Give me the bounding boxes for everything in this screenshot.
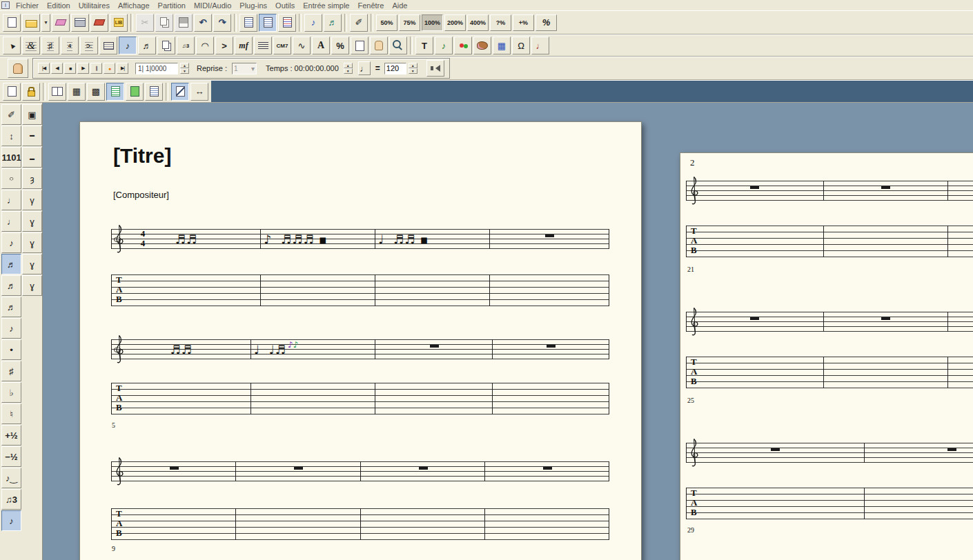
hand-grabber-button[interactable] [370,37,388,54]
system-1-staff[interactable]: 44 ○ ♬♬ ♪ ♬♬♬ [111,229,609,249]
system-2-staff[interactable]: ○ ♬♬ ♩ ♩♬ ♪♪ [111,339,609,359]
tab-measure[interactable] [687,226,824,257]
measure[interactable] [824,312,948,332]
measure[interactable] [361,461,485,481]
tab-measure[interactable] [251,383,375,414]
tool-button[interactable] [410,37,413,54]
se-thirtysecond-note-tool[interactable]: ♬ [1,275,21,296]
spinner-up-icon[interactable]: ▲ [180,63,189,68]
new-document-button[interactable] [3,14,21,32]
menu-item[interactable]: Plug-ins [235,1,271,10]
spinner-up-icon[interactable]: ▲ [409,63,417,68]
se-tuplet-tool[interactable]: ♫3 [1,489,21,510]
speaker-button[interactable] [426,60,444,77]
measure[interactable] [493,339,609,359]
se-natural-tool[interactable]: ♮ [1,403,21,424]
tab-measure[interactable] [375,274,490,306]
eraser-button[interactable] [52,14,70,32]
system-21-staff[interactable] [686,181,973,201]
mixer-button[interactable]: ▦ [493,37,511,54]
se-check-tool[interactable]: ▣ [22,104,42,125]
stop-button[interactable]: ■ [64,63,76,74]
articulation-tool-button[interactable]: > [215,37,233,54]
midi-note-button[interactable]: ♪ [435,37,453,54]
fruit-colors-button[interactable] [454,37,472,54]
zoom-in-button[interactable]: +% [513,14,534,31]
shape-tool-button[interactable]: ∿ [293,37,311,54]
score-title[interactable]: [Titre] [113,144,171,168]
menu-item[interactable]: Aide [388,1,411,10]
tab-measure[interactable] [112,274,261,306]
play-button[interactable]: ▶ [77,63,89,74]
se-repitch-tool[interactable]: ↕ [1,126,21,146]
measure[interactable] [687,181,824,201]
page-view-button[interactable] [259,14,277,32]
tab-measure[interactable] [824,357,948,388]
zoom-200-button[interactable]: 200% [444,14,466,31]
se-sixtyfourth-rest-tool[interactable]: ɣ [22,254,42,274]
tempo-input[interactable] [384,63,406,74]
grid-button[interactable]: ▦ [68,83,86,101]
system-29-staff[interactable] [686,443,973,463]
graphics-tool-button[interactable] [351,37,368,54]
se-half-step-down-tool[interactable]: −½ [1,446,21,467]
clef-tool-button[interactable]: & [22,37,40,54]
tab-measure[interactable] [948,226,973,257]
repeat-tool-button[interactable]: % [331,37,349,54]
ruler-tool-button[interactable]: T [415,37,433,54]
skip-to-start-button[interactable]: |◀ [38,63,50,74]
measure[interactable] [490,229,609,249]
measure[interactable] [824,181,948,201]
annotate-button[interactable]: ✐ [350,14,368,32]
diagonal-page-button[interactable] [171,83,189,101]
skip-to-end-button[interactable]: ▶| [117,63,128,74]
zoom-glass-button[interactable] [389,37,407,54]
menu-item[interactable]: Fichier [12,1,43,10]
zoom-75-button[interactable]: 75% [399,14,420,31]
undo-button[interactable]: ↶ [194,14,212,32]
se-quarter-rest-tool[interactable]: ȝ [22,168,42,189]
key-signature-tool-button[interactable]: ♯ [41,37,59,54]
toolbar-button[interactable] [344,14,347,32]
se-grace-entry-tool[interactable]: ♪ [1,510,21,531]
zoom-custom-button[interactable]: ?% [490,14,511,31]
tab-measure[interactable] [361,508,485,540]
se-sixteenth-rest-tool[interactable]: ɣ [22,211,42,232]
se-whole-note-tool[interactable]: ○ [1,168,21,189]
se-sharp-tool[interactable]: ♯ [1,361,21,381]
system-25-tab[interactable]: TAB [686,357,973,388]
se-quarter-note-tool[interactable]: ♩ [1,211,21,232]
zoom-400-button[interactable]: 400% [467,14,489,31]
green-page-button[interactable] [126,83,144,101]
score-page-1[interactable]: [Titre] [Compositeur] 44 ○ [79,121,642,560]
toolbar-button[interactable] [299,14,302,32]
smartshape-tool-button[interactable]: ◠ [196,37,214,54]
system-2-tab[interactable]: TAB [111,383,609,414]
library-button[interactable]: LIB [110,14,128,32]
chord-tool-button[interactable]: CM7 [273,37,291,54]
color-palette-button[interactable] [473,37,491,54]
smartmusic-button[interactable]: ♬ [324,14,342,32]
playback-controls-button[interactable]: ♪ [304,14,322,32]
document-text-button[interactable] [145,83,163,101]
tempo-spinner[interactable]: ▲ ▼ [409,63,417,74]
se-eighth-rest-tool[interactable]: γ [22,190,42,210]
open-file-button[interactable] [22,14,40,32]
tempo-unit-spinner[interactable]: ▲ ▼ [344,63,353,74]
pause-button[interactable]: ∥ [90,63,102,74]
menu-item[interactable]: Partition [154,1,190,10]
se-whole-rest-tool[interactable]: ▬ [22,126,42,146]
tab-measure[interactable] [490,274,609,306]
record-button[interactable]: ● [104,63,115,74]
green-lines-button[interactable] [106,83,124,101]
tab-measure[interactable] [948,357,973,388]
expression-tool-button[interactable]: mf [235,37,253,54]
copy-button[interactable] [155,14,173,32]
speedy-thumb-button[interactable] [8,59,28,78]
measure[interactable]: ♩ ♬♬ ▪ [375,229,490,249]
se-dot-tool[interactable]: • [1,339,21,360]
view-button[interactable] [43,83,46,101]
system-21-tab[interactable]: TAB [686,226,973,257]
measure[interactable] [687,312,824,332]
measure[interactable] [112,461,236,481]
